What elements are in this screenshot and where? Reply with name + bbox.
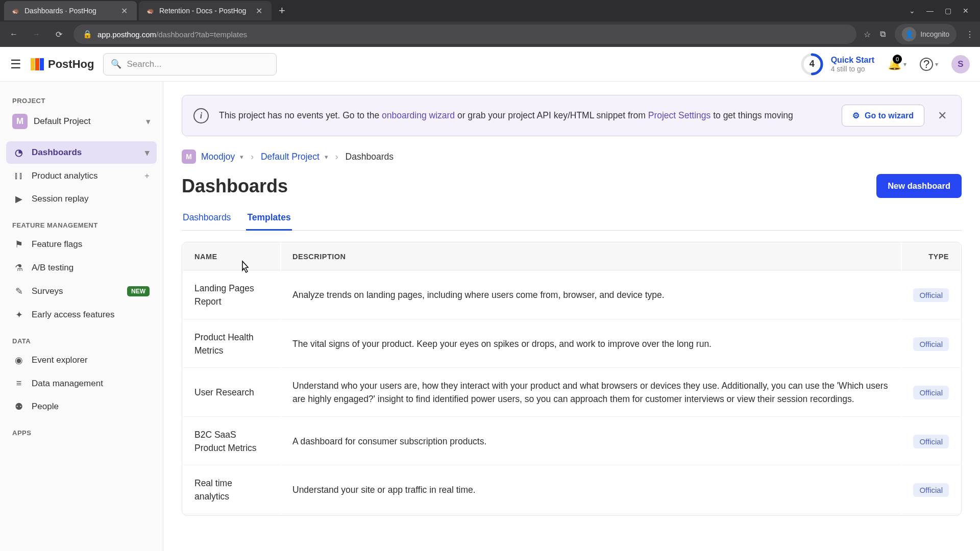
chevron-down-icon[interactable]: ▾	[325, 153, 328, 161]
template-description: A dashboard for consumer subscription pr…	[281, 418, 901, 466]
tabs: Dashboards Templates	[182, 207, 962, 231]
project-name: Default Project	[34, 116, 91, 127]
minimize-icon[interactable]: —	[926, 7, 934, 15]
bar-chart-icon: ⫿⫿	[13, 170, 24, 181]
tab-dashboards[interactable]: Dashboards	[182, 207, 232, 230]
search-icon: 🔍	[111, 59, 121, 69]
template-name: Landing Pages Report	[183, 271, 280, 319]
live-icon: ◉	[13, 355, 24, 366]
banner-button-label: Go to wizard	[865, 111, 914, 120]
chevron-down-icon: ▾	[146, 116, 151, 127]
type-badge: Official	[913, 386, 949, 399]
user-avatar[interactable]: S	[951, 55, 970, 73]
org-avatar: M	[182, 149, 196, 164]
type-badge: Official	[913, 337, 949, 351]
table-row[interactable]: B2C SaaS Product Metrics A dashboard for…	[183, 418, 960, 466]
close-window-icon[interactable]: ✕	[963, 7, 969, 15]
banner-text: This project has no events yet. Go to th…	[219, 109, 831, 122]
template-name: Real time analytics	[183, 466, 280, 514]
sidebar-item-data-management[interactable]: ≡ Data management	[6, 372, 157, 394]
bookmark-icon[interactable]: ☆	[864, 30, 871, 39]
maximize-icon[interactable]: ▢	[945, 7, 951, 15]
template-type-cell: Official	[902, 418, 960, 466]
onboarding-wizard-link[interactable]: onboarding wizard	[382, 110, 455, 120]
sidebar-item-label: Data management	[32, 379, 103, 389]
hedgehog-icon: 🦔	[146, 7, 154, 15]
window-controls: ⌄ — ▢ ✕	[909, 7, 976, 15]
close-icon[interactable]: ✕	[119, 5, 130, 17]
incognito-indicator[interactable]: 👤 Incognito	[895, 24, 957, 44]
search-input[interactable]: 🔍 Search...	[103, 53, 277, 76]
sidebar: PROJECT M Default Project ▾ ◔ Dashboards…	[0, 82, 163, 551]
play-icon: ▶	[13, 193, 24, 205]
table-row[interactable]: Real time analytics Understand your site…	[183, 466, 960, 514]
chevron-down-icon[interactable]: ▾	[240, 153, 243, 161]
logo-text: PostHog	[48, 58, 94, 71]
flag-icon: ⚑	[13, 239, 24, 250]
template-type-cell: Official	[902, 320, 960, 368]
posthog-logo[interactable]: PostHog	[31, 58, 94, 71]
template-type-cell: Official	[902, 466, 960, 514]
help-icon: ?	[920, 58, 933, 71]
forward-button: →	[29, 27, 44, 42]
tab-templates[interactable]: Templates	[246, 207, 291, 230]
user-initial: S	[958, 59, 963, 69]
app-header: ☰ PostHog 🔍 Search... 4 Quick Start 4 st	[0, 47, 980, 82]
sidebar-item-product-analytics[interactable]: ⫿⫿ Product analytics +	[6, 165, 157, 187]
table-row[interactable]: Landing Pages Report Analyze trends on l…	[183, 271, 960, 319]
close-icon[interactable]: ✕	[254, 5, 264, 17]
quick-start-button[interactable]: 4 Quick Start 4 still to go	[800, 53, 874, 76]
chevron-down-icon[interactable]: ▾	[145, 147, 150, 158]
browser-tab-2[interactable]: 🦔 Retention - Docs - PostHog ✕	[139, 1, 272, 20]
sidebar-item-label: A/B testing	[32, 263, 74, 273]
close-banner-icon[interactable]: ✕	[935, 109, 950, 122]
template-type-cell: Official	[902, 369, 960, 417]
breadcrumb-current: Dashboards	[346, 152, 394, 162]
col-description: DESCRIPTION	[281, 243, 901, 270]
chevron-down-icon[interactable]: ⌄	[909, 7, 915, 15]
project-settings-link[interactable]: Project Settings	[648, 110, 711, 120]
table-row[interactable]: Product Health Metrics The vital signs o…	[183, 320, 960, 368]
sidebar-item-label: People	[32, 402, 59, 412]
sidebar-item-dashboards[interactable]: ◔ Dashboards ▾	[6, 141, 157, 164]
template-name: B2C SaaS Product Metrics	[183, 418, 280, 466]
notifications-button[interactable]: 🔔 0 ▾	[888, 58, 906, 71]
install-icon[interactable]: ⧉	[880, 30, 886, 39]
back-button[interactable]: ←	[6, 27, 21, 42]
info-icon: i	[193, 108, 209, 123]
gauge-icon: ◔	[13, 147, 24, 158]
new-tab-button[interactable]: +	[274, 4, 290, 17]
sidebar-item-feature-flags[interactable]: ⚑ Feature flags	[6, 233, 157, 256]
sidebar-item-surveys[interactable]: ✎ Surveys NEW	[6, 280, 157, 303]
breadcrumb-project[interactable]: Default Project ▾	[261, 152, 328, 162]
chevron-down-icon: ▾	[903, 61, 906, 68]
type-badge: Official	[913, 483, 949, 497]
info-banner: i This project has no events yet. Go to …	[182, 95, 962, 136]
type-badge: Official	[913, 288, 949, 302]
sidebar-item-people[interactable]: ⚉ People	[6, 395, 157, 418]
help-button[interactable]: ? ▾	[920, 58, 938, 71]
browser-tab-1[interactable]: 🦔 Dashboards · PostHog ✕	[4, 1, 137, 20]
tab-title: Dashboards · PostHog	[24, 7, 114, 15]
sidebar-item-label: Event explorer	[32, 355, 88, 365]
breadcrumb-org[interactable]: M Moodjoy ▾	[182, 149, 243, 164]
kebab-menu-icon[interactable]: ⋮	[966, 30, 974, 39]
new-dashboard-button[interactable]: New dashboard	[876, 174, 962, 198]
sidebar-item-session-replay[interactable]: ▶ Session replay	[6, 188, 157, 210]
sidebar-item-ab-testing[interactable]: ⚗ A/B testing	[6, 257, 157, 279]
col-name: NAME	[183, 243, 280, 270]
go-to-wizard-button[interactable]: ⚙ Go to wizard	[842, 105, 924, 127]
project-selector[interactable]: M Default Project ▾	[6, 109, 157, 134]
section-title-feature: FEATURE MANAGEMENT	[6, 217, 157, 233]
plus-icon[interactable]: +	[144, 171, 150, 181]
people-icon: ⚉	[13, 401, 24, 412]
reload-button[interactable]: ⟳	[51, 27, 66, 42]
url-input[interactable]: 🔒 app.posthog.com/dashboard?tab=template…	[74, 24, 856, 44]
sidebar-item-event-explorer[interactable]: ◉ Event explorer	[6, 349, 157, 371]
incognito-icon: 👤	[902, 27, 916, 41]
flask-icon: ⚗	[13, 262, 24, 273]
breadcrumb: M Moodjoy ▾ › Default Project ▾ › Dashbo…	[182, 149, 962, 164]
sidebar-item-early-access[interactable]: ✦ Early access features	[6, 304, 157, 326]
hamburger-icon[interactable]: ☰	[10, 57, 21, 71]
table-row[interactable]: User Research Understand who your users …	[183, 369, 960, 417]
